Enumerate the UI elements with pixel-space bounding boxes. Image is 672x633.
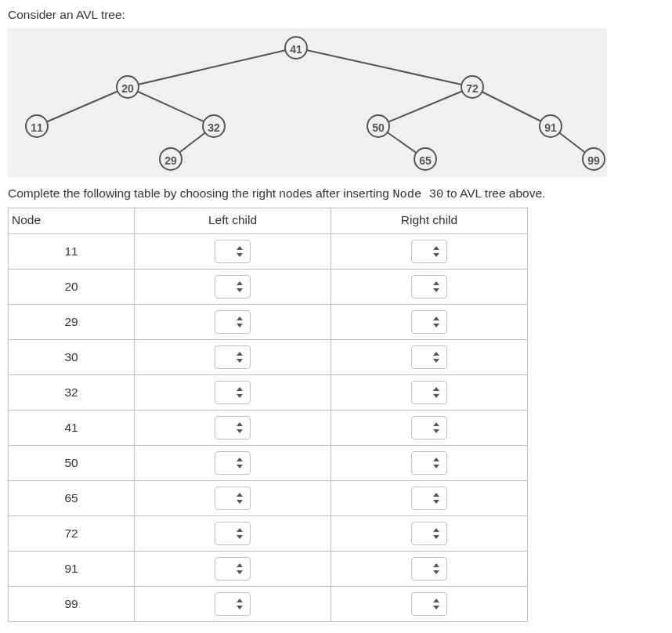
- node-value: 30: [9, 340, 135, 375]
- table-row: 72: [9, 516, 528, 552]
- right-child-select[interactable]: [411, 451, 447, 475]
- header-left-child: Left child: [135, 208, 331, 234]
- table-row: 11: [9, 234, 528, 269]
- right-child-cell: [331, 375, 528, 411]
- left-child-select[interactable]: [215, 522, 251, 545]
- right-child-cell: [331, 269, 528, 305]
- left-child-cell: [135, 269, 331, 305]
- tree-node-41: 41: [284, 36, 308, 60]
- left-child-cell: [135, 340, 331, 375]
- node-value: 11: [9, 234, 135, 269]
- left-child-select[interactable]: [215, 240, 251, 263]
- left-child-cell: [135, 446, 331, 481]
- node-value: 50: [9, 446, 135, 481]
- right-child-cell: [331, 234, 528, 269]
- sort-icon: [236, 599, 244, 609]
- right-child-cell: [331, 305, 528, 340]
- sort-icon: [432, 563, 440, 574]
- sort-icon: [432, 316, 440, 327]
- sort-icon: [432, 281, 440, 292]
- svg-line-2: [37, 87, 128, 126]
- sort-icon: [432, 458, 440, 468]
- table-row: 32: [9, 375, 528, 411]
- header-node: Node: [9, 208, 135, 234]
- left-child-cell: [135, 552, 331, 587]
- table-row: 65: [9, 481, 528, 516]
- tree-node-65: 65: [414, 147, 437, 171]
- sort-icon: [236, 246, 244, 257]
- header-right-child: Right child: [331, 208, 528, 234]
- svg-line-0: [128, 48, 296, 87]
- left-child-select[interactable]: [215, 451, 251, 475]
- left-child-select[interactable]: [215, 416, 251, 439]
- svg-line-4: [378, 87, 472, 126]
- sort-icon: [236, 528, 244, 539]
- prompt-code: Node 30: [392, 187, 443, 201]
- table-row: 91: [9, 552, 528, 587]
- right-child-select[interactable]: [411, 345, 447, 369]
- right-child-select[interactable]: [411, 487, 447, 510]
- tree-node-50: 50: [367, 114, 390, 138]
- svg-line-3: [128, 87, 214, 126]
- sort-icon: [236, 387, 244, 398]
- node-value: 91: [9, 552, 135, 587]
- sort-icon: [432, 493, 440, 504]
- node-value: 20: [9, 269, 135, 305]
- table-row: 41: [9, 411, 528, 446]
- tree-node-29: 29: [159, 147, 182, 171]
- tree-node-91: 91: [539, 114, 562, 138]
- sort-icon: [236, 281, 244, 292]
- left-child-select[interactable]: [215, 557, 251, 581]
- left-child-cell: [135, 375, 331, 411]
- left-child-cell: [135, 481, 331, 516]
- right-child-select[interactable]: [411, 592, 447, 616]
- node-value: 72: [9, 516, 135, 552]
- table-row: 30: [9, 340, 528, 375]
- tree-node-11: 11: [25, 114, 49, 138]
- right-child-cell: [331, 411, 528, 446]
- prompt-prefix: Complete the following table by choosing…: [8, 186, 392, 200]
- right-child-select[interactable]: [411, 240, 447, 263]
- node-value: 32: [9, 375, 135, 411]
- node-value: 99: [9, 587, 135, 622]
- sort-icon: [236, 493, 244, 504]
- left-child-select[interactable]: [215, 381, 251, 404]
- left-child-cell: [135, 305, 331, 340]
- right-child-select[interactable]: [411, 557, 447, 581]
- right-child-select[interactable]: [411, 416, 447, 439]
- sort-icon: [432, 387, 440, 398]
- sort-icon: [236, 458, 244, 468]
- tree-diagram: 41207211325091296599: [8, 28, 607, 177]
- right-child-select[interactable]: [411, 275, 447, 298]
- right-child-cell: [331, 481, 528, 516]
- intro-text: Consider an AVL tree:: [8, 8, 664, 22]
- left-child-select[interactable]: [215, 345, 251, 369]
- right-child-cell: [331, 516, 528, 552]
- left-child-select[interactable]: [215, 487, 251, 510]
- prompt-text: Complete the following table by choosing…: [8, 186, 664, 201]
- tree-node-72: 72: [461, 75, 484, 99]
- left-child-select[interactable]: [215, 310, 251, 334]
- sort-icon: [236, 422, 244, 433]
- node-value: 65: [9, 481, 135, 516]
- sort-icon: [236, 316, 244, 327]
- sort-icon: [432, 246, 440, 257]
- left-child-cell: [135, 587, 331, 622]
- sort-icon: [432, 422, 440, 433]
- right-child-select[interactable]: [411, 381, 447, 404]
- left-child-select[interactable]: [215, 592, 251, 616]
- right-child-cell: [331, 340, 528, 375]
- answer-tbody: 1120293032415065729199: [9, 234, 528, 622]
- svg-line-5: [472, 87, 551, 126]
- right-child-cell: [331, 446, 528, 481]
- right-child-select[interactable]: [411, 522, 447, 545]
- sort-icon: [432, 528, 440, 539]
- left-child-cell: [135, 234, 331, 269]
- right-child-cell: [331, 552, 528, 587]
- left-child-select[interactable]: [215, 275, 251, 298]
- node-value: 29: [9, 305, 135, 340]
- left-child-cell: [135, 516, 331, 552]
- answer-table: Node Left child Right child 112029303241…: [8, 208, 528, 622]
- sort-icon: [236, 352, 244, 363]
- right-child-select[interactable]: [411, 310, 447, 334]
